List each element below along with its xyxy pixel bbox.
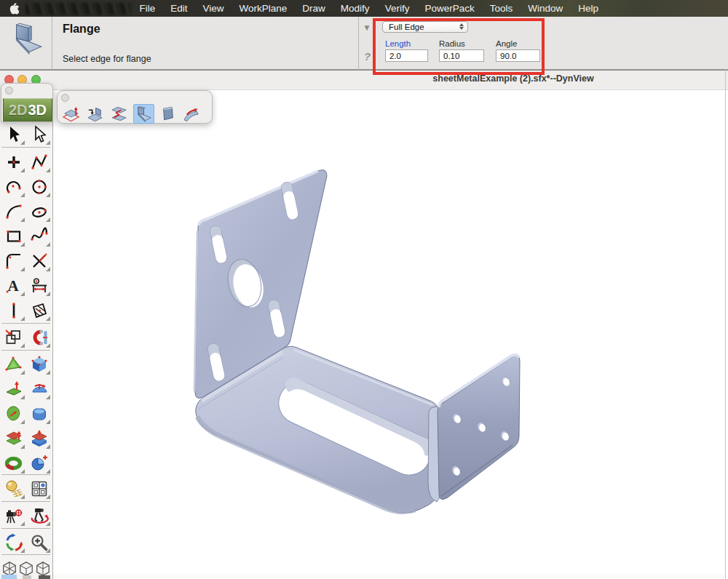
flyout-indicator-icon	[46, 469, 50, 474]
toolbar-divider	[1, 323, 50, 324]
walkthrough-tool[interactable]	[26, 503, 52, 527]
surface-offset-tool[interactable]	[1, 426, 26, 450]
flyout-indicator-icon	[46, 242, 50, 247]
menu-view[interactable]: View	[195, 0, 232, 17]
solid-thicken-tool[interactable]	[26, 426, 52, 450]
drawing-canvas[interactable]	[53, 90, 725, 579]
flange-icon	[134, 105, 154, 123]
move-copy-tool[interactable]	[1, 325, 26, 349]
circle-tool[interactable]	[26, 175, 52, 199]
angle-input[interactable]	[496, 49, 540, 62]
dropdown-stepper-icon	[459, 23, 464, 30]
solid-cube-tool[interactable]	[26, 352, 52, 376]
menu-window[interactable]: Window	[521, 0, 571, 17]
flyout-indicator-icon	[46, 140, 50, 145]
toolbar-divider	[1, 501, 50, 502]
fold-tool[interactable]	[85, 104, 106, 124]
point-tool[interactable]	[1, 150, 26, 174]
fillet-corner-tool[interactable]	[1, 249, 26, 273]
rotate-view-tool[interactable]	[1, 530, 26, 554]
unfold-tool[interactable]	[61, 104, 82, 124]
hatch-tool[interactable]	[26, 298, 52, 322]
menu-modify[interactable]: Modify	[333, 0, 377, 17]
active-tool-icon-box	[0, 17, 52, 70]
svg-text:A: A	[7, 277, 19, 295]
main-toolbar: A	[0, 90, 53, 579]
flyout-indicator-icon	[20, 420, 25, 424]
ellipse-tool[interactable]	[26, 199, 52, 223]
menu-verify[interactable]: Verify	[377, 0, 417, 17]
flyout-indicator-icon	[20, 140, 25, 145]
mesh-surface-tool[interactable]	[1, 352, 26, 376]
toolbar-divider	[1, 147, 50, 148]
arc-tool[interactable]	[1, 175, 26, 199]
viewport-layout-tool[interactable]	[26, 476, 52, 500]
camera-view-tool[interactable]	[1, 503, 26, 527]
trim-tool[interactable]	[26, 249, 52, 273]
select-deep-tool[interactable]	[26, 122, 52, 146]
zoom-tool[interactable]	[26, 530, 52, 554]
flange-tool-icon	[7, 21, 45, 66]
flyout-indicator-icon	[46, 420, 50, 424]
edge-mode-dropdown[interactable]: Full Edge	[382, 21, 468, 33]
partial-tool[interactable]	[23, 575, 31, 579]
polyline-tool[interactable]	[26, 150, 52, 174]
surface-blend-tool[interactable]	[1, 402, 26, 426]
app-name-redacted	[25, 3, 132, 15]
tab-tool[interactable]	[157, 104, 178, 124]
angle-label: Angle	[496, 39, 517, 48]
joggle-tool[interactable]	[109, 104, 130, 124]
sheet-metal-palette[interactable]	[57, 90, 213, 124]
menu-workplane[interactable]: WorkPlane	[232, 0, 295, 17]
collapse-panel-icon[interactable]: ▼	[363, 23, 371, 33]
magnet-snap-tool[interactable]	[26, 325, 52, 349]
menu-draw[interactable]: Draw	[295, 0, 333, 17]
partial-selected-tool[interactable]	[1, 575, 17, 579]
flyout-indicator-icon	[20, 395, 25, 399]
line-segment-tool[interactable]	[1, 298, 26, 322]
sheet-metal-bracket-model[interactable]	[167, 142, 546, 531]
radius-input[interactable]	[439, 49, 484, 62]
curl-tool[interactable]	[181, 104, 202, 124]
menu-edit[interactable]: Edit	[163, 0, 195, 17]
solid-rounded-tool[interactable]	[26, 402, 52, 426]
render-material-tool[interactable]	[1, 476, 26, 500]
flyout-indicator-icon	[20, 522, 25, 526]
flyout-indicator-icon	[20, 495, 25, 499]
mode-2d-button[interactable]: 2D	[9, 102, 28, 119]
menu-powerpack[interactable]: PowerPack	[417, 0, 482, 17]
text-tool[interactable]: A	[1, 273, 26, 298]
surface-torus-tool[interactable]	[1, 451, 26, 475]
curve-tool[interactable]	[1, 199, 26, 223]
menu-help[interactable]: Help	[571, 0, 606, 17]
flyout-indicator-icon	[20, 370, 25, 375]
help-icon[interactable]: ?	[364, 50, 371, 63]
flyout-indicator-icon	[46, 548, 50, 553]
menu-tools[interactable]: Tools	[482, 0, 521, 17]
mode-toggle[interactable]: 2D 3D	[3, 98, 52, 121]
flyout-indicator-icon	[46, 444, 50, 449]
mode-palette[interactable]: 2D 3D	[1, 83, 53, 122]
flyout-indicator-icon	[46, 495, 50, 499]
partial-tool[interactable]	[39, 575, 50, 579]
length-input[interactable]	[385, 49, 428, 62]
toolbar-divider	[1, 350, 50, 351]
surface-push-tool[interactable]	[1, 377, 26, 401]
flyout-indicator-icon	[20, 469, 25, 474]
document-titlebar[interactable]	[0, 70, 728, 90]
palette-close-icon[interactable]	[5, 87, 13, 95]
menu-file[interactable]: File	[132, 0, 163, 17]
solid-revolve-tool[interactable]	[26, 377, 52, 401]
mode-3d-button[interactable]: 3D	[28, 102, 47, 119]
solid-boolean-tool[interactable]	[26, 451, 52, 475]
divider	[358, 17, 359, 70]
apple-menu[interactable]	[9, 3, 19, 15]
flyout-indicator-icon	[46, 267, 50, 271]
spline-tool[interactable]	[26, 224, 52, 248]
dimension-tool[interactable]	[26, 273, 52, 298]
flyout-indicator-icon	[46, 217, 50, 222]
flange-tool-selected[interactable]	[133, 104, 154, 124]
palette-close-icon[interactable]	[61, 94, 69, 102]
rectangle-tool[interactable]	[1, 224, 26, 248]
select-tool[interactable]	[1, 122, 26, 146]
